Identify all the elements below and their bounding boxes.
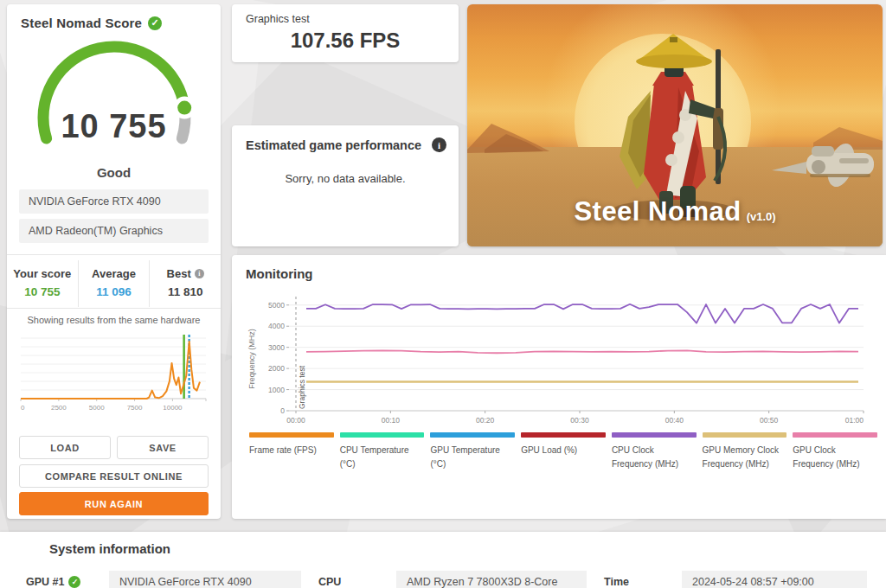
estimated-performance-title: Estimated game performance: [246, 138, 421, 152]
best-info-icon[interactable]: i: [195, 269, 204, 278]
svg-text:00:10: 00:10: [382, 416, 401, 425]
svg-text:5000: 5000: [89, 404, 105, 412]
estimated-info-icon[interactable]: i: [432, 137, 446, 152]
legend-color-bar: [793, 432, 877, 438]
monitoring-chart: 01000200030004000500000:0000:1000:2000:3…: [246, 290, 872, 428]
no-data-message: Sorry, no data available.: [232, 172, 459, 185]
score-histogram: 025005000750010000: [16, 331, 212, 418]
legend-color-bar: [430, 432, 515, 438]
score-card: Steel Nomad Score ✓ 10 755 Good NVIDIA G…: [7, 4, 221, 519]
score-stats-row: Your score 10 755 Average 11 096 Best i …: [7, 260, 221, 307]
legend-label: GPU Load (%): [521, 444, 606, 457]
graphics-test-card: Graphics test 107.56 FPS: [232, 4, 459, 62]
svg-text:00:30: 00:30: [570, 416, 589, 425]
svg-text:7500: 7500: [127, 404, 143, 412]
histogram-caption: Showing results from the same hardware: [7, 315, 221, 325]
cpu-label: CPU: [301, 576, 396, 588]
legend-color-bar: [612, 432, 697, 438]
svg-text:2500: 2500: [51, 404, 67, 412]
graphics-test-fps: 107.56 FPS: [232, 29, 459, 53]
legend-label: CPU Clock Frequency (MHz): [612, 444, 697, 470]
svg-text:2000: 2000: [268, 364, 285, 373]
svg-text:01:00: 01:00: [845, 416, 864, 425]
time-value: 2024-05-24 08:57 +09:00: [682, 571, 867, 588]
monitoring-card: Monitoring 01000200030004000500000:0000:…: [232, 255, 886, 519]
svg-text:00:40: 00:40: [665, 416, 684, 425]
svg-text:Frequency (MHz): Frequency (MHz): [247, 329, 256, 389]
score-value: 10 755: [7, 108, 221, 145]
svg-text:00:00: 00:00: [286, 416, 305, 425]
steel-nomad-hero-image: Steel Nomad(v1.0): [467, 4, 883, 246]
run-again-button[interactable]: RUN AGAIN: [19, 492, 209, 515]
system-information-title: System information: [49, 541, 170, 556]
legend-color-bar: [521, 432, 606, 438]
legend-label: Frame rate (FPS): [249, 444, 334, 457]
svg-text:0: 0: [280, 406, 285, 415]
time-label: Time: [587, 576, 682, 588]
legend-item[interactable]: Frame rate (FPS): [249, 432, 334, 470]
stat-your-score: Your score 10 755: [7, 260, 78, 307]
system-information-panel: System information GPU #1 ✓ NVIDIA GeFor…: [0, 532, 886, 588]
svg-text:3000: 3000: [268, 343, 285, 352]
compare-result-button[interactable]: COMPARE RESULT ONLINE: [19, 464, 209, 488]
svg-text:5000: 5000: [268, 301, 285, 310]
score-rating: Good: [7, 165, 221, 180]
svg-text:4000: 4000: [268, 322, 285, 330]
gpu-name-box: NVIDIA GeForce RTX 4090: [19, 189, 209, 214]
gpu-check-icon: ✓: [68, 576, 80, 588]
legend-label: GPU Temperature (°C): [430, 444, 515, 470]
svg-text:1000: 1000: [268, 386, 285, 394]
cpu-value: AMD Ryzen 7 7800X3D 8-Core: [396, 571, 587, 588]
svg-text:Graphics test: Graphics test: [298, 365, 306, 409]
legend-item[interactable]: GPU Load (%): [521, 432, 606, 470]
hero-version: (v1.0): [747, 210, 776, 223]
legend-color-bar: [703, 432, 787, 438]
svg-text:0: 0: [21, 404, 25, 412]
legend-item[interactable]: GPU Temperature (°C): [430, 432, 515, 470]
gpu-label: GPU #1 ✓: [26, 576, 109, 588]
monitoring-title: Monitoring: [246, 266, 312, 281]
score-card-title: Steel Nomad Score: [21, 16, 142, 30]
monitoring-legend: Frame rate (FPS)CPU Temperature (°C)GPU …: [249, 432, 877, 470]
svg-text:00:20: 00:20: [476, 416, 495, 425]
legend-label: CPU Temperature (°C): [340, 444, 425, 470]
hero-title: Steel Nomad: [574, 196, 741, 227]
gpu-value: NVIDIA GeForce RTX 4090: [109, 571, 301, 588]
stat-average: Average 11 096: [78, 260, 150, 307]
estimated-performance-card: Estimated game performance i Sorry, no d…: [232, 125, 459, 246]
graphics-test-label: Graphics test: [246, 13, 310, 25]
valid-check-icon: ✓: [148, 16, 162, 30]
svg-text:00:50: 00:50: [760, 416, 779, 425]
stat-best: Best i 11 810: [149, 260, 221, 307]
gpu2-name-box: AMD Radeon(TM) Graphics: [19, 219, 209, 243]
legend-item[interactable]: GPU Clock Frequency (MHz): [793, 432, 877, 470]
legend-color-bar: [249, 432, 334, 438]
legend-item[interactable]: CPU Temperature (°C): [340, 432, 425, 470]
svg-text:10000: 10000: [163, 404, 183, 412]
legend-label: GPU Memory Clock Frequency (MHz): [703, 444, 787, 470]
legend-item[interactable]: CPU Clock Frequency (MHz): [612, 432, 697, 470]
legend-color-bar: [340, 432, 425, 438]
legend-item[interactable]: GPU Memory Clock Frequency (MHz): [703, 432, 787, 470]
save-button[interactable]: SAVE: [117, 436, 209, 459]
load-button[interactable]: LOAD: [19, 436, 111, 459]
legend-label: GPU Clock Frequency (MHz): [793, 444, 877, 470]
